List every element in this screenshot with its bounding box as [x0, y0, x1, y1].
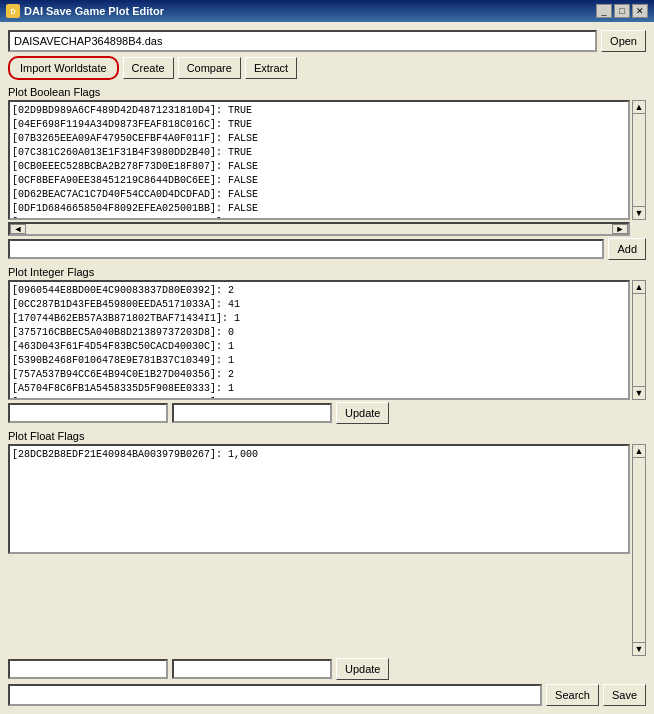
bool-list-item[interactable]: [07C381C260A013E1F31B4F3980DD2B40]: TRUE	[12, 146, 626, 160]
bool-list-item[interactable]: [0CF8BEFA90EE38451219C8644DB0C6EE]: FALS…	[12, 174, 626, 188]
int-list-item[interactable]: [AC306FD18FB0B342A5F7EF74A3A20323]: 9	[12, 396, 626, 400]
maximize-button[interactable]: □	[614, 4, 630, 18]
int-list-item[interactable]: [170744B62EB57A3B871802TBAF71434I1]: 1	[12, 312, 626, 326]
float-list-inner: [28DCB2B8EDF21E40984BA003979B0267]: 1,00…	[10, 446, 628, 464]
float-section: Plot Float Flags [28DCB2B8EDF21E40984BA0…	[8, 428, 646, 680]
float-key-input[interactable]	[8, 659, 168, 679]
int-list-item[interactable]: [A5704F8C6FB1A5458335D5F908EE0333]: 1	[12, 382, 626, 396]
bool-list-item[interactable]: [0D62BEAC7AC1C7D40F54CCA0D4DCDFAD]: FALS…	[12, 188, 626, 202]
int-list-item[interactable]: [757A537B94CC6E4B94C0E1B27D040356]: 2	[12, 368, 626, 382]
main-window: Open Import Worldstate Create Compare Ex…	[0, 22, 654, 714]
bool-list-item[interactable]: [04EF698F1194A34D9873FEAF818C016C]: TRUE	[12, 118, 626, 132]
title-bar: D DAI Save Game Plot Editor _ □ ✕	[0, 0, 654, 22]
float-scroll-up[interactable]: ▲	[632, 444, 646, 458]
float-update-button[interactable]: Update	[336, 658, 389, 680]
float-value-input[interactable]	[172, 659, 332, 679]
int-scroll-down[interactable]: ▼	[632, 386, 646, 400]
int-scroll-up[interactable]: ▲	[632, 280, 646, 294]
bool-section: Plot Boolean Flags [02D9BD989A6CF489D42D…	[8, 84, 646, 260]
window-title: DAI Save Game Plot Editor	[24, 5, 164, 17]
int-list-item[interactable]: [0960544E8BD00E4C90083837D80E0392]: 2	[12, 284, 626, 298]
open-button[interactable]: Open	[601, 30, 646, 52]
filename-input[interactable]	[8, 30, 597, 52]
bottom-bar: Search Save	[8, 684, 646, 706]
bool-list[interactable]: [02D9BD989A6CF489D42D4871231810D4]: TRUE…	[8, 100, 630, 220]
int-list-item[interactable]: [463D043F61F4D54F83BC50CACD40030C]: 1	[12, 340, 626, 354]
search-input[interactable]	[8, 684, 542, 706]
bool-add-button[interactable]: Add	[608, 238, 646, 260]
save-button[interactable]: Save	[603, 684, 646, 706]
int-list-item[interactable]: [5390B2468F0106478E9E781B37C10349]: 1	[12, 354, 626, 368]
bool-list-item[interactable]: [0CB0EEEC528BCBA2B278F73D0E18F807]: FALS…	[12, 160, 626, 174]
bool-list-item[interactable]: [0DF1D6846658504F8092EFEA025001BB]: FALS…	[12, 202, 626, 216]
extract-button[interactable]: Extract	[245, 57, 297, 79]
close-button[interactable]: ✕	[632, 4, 648, 18]
int-list[interactable]: [0960544E8BD00E4C90083837D80E0392]: 2[0C…	[8, 280, 630, 400]
float-list[interactable]: [28DCB2B8EDF21E40984BA003979B0267]: 1,00…	[8, 444, 630, 554]
float-section-label: Plot Float Flags	[8, 430, 646, 442]
import-worldstate-button[interactable]: Import Worldstate	[8, 56, 119, 80]
bool-input-row: Add	[8, 238, 646, 260]
int-input-row: Update	[8, 402, 646, 424]
bool-section-label: Plot Boolean Flags	[8, 86, 646, 98]
window-controls: _ □ ✕	[596, 4, 648, 18]
int-list-item[interactable]: [375716CBBEC5A040B8D21389737203D8]: 0	[12, 326, 626, 340]
toolbar-row: Import Worldstate Create Compare Extract	[8, 56, 646, 80]
int-value-input[interactable]	[172, 403, 332, 423]
bool-hscroll[interactable]: ◄ ►	[8, 222, 630, 236]
search-button[interactable]: Search	[546, 684, 599, 706]
bool-list-item[interactable]: [02D9BD989A6CF489D42D4871231810D4]: TRUE	[12, 104, 626, 118]
app-icon: D	[6, 4, 20, 18]
float-list-item[interactable]: [28DCB2B8EDF21E40984BA003979B0267]: 1,00…	[12, 448, 626, 462]
bool-list-item[interactable]: [07B3265EEA09AF47950CEFBF4A0F011F]: FALS…	[12, 132, 626, 146]
compare-button[interactable]: Compare	[178, 57, 241, 79]
int-list-item[interactable]: [0CC287B1D43FEB459800EEDA5171033A]: 41	[12, 298, 626, 312]
int-list-inner: [0960544E8BD00E4C90083837D80E0392]: 2[0C…	[10, 282, 628, 400]
file-row: Open	[8, 30, 646, 52]
bool-input[interactable]	[8, 239, 604, 259]
bool-scroll-down[interactable]: ▼	[632, 206, 646, 220]
bool-list-inner: [02D9BD989A6CF489D42D4871231810D4]: TRUE…	[10, 102, 628, 220]
bool-scroll-up[interactable]: ▲	[632, 100, 646, 114]
int-update-button[interactable]: Update	[336, 402, 389, 424]
minimize-button[interactable]: _	[596, 4, 612, 18]
int-section: Plot Integer Flags [0960544E8BD00E4C9008…	[8, 264, 646, 424]
bool-list-item[interactable]: [0F152BF5037F227B7F400D2A2902BC4B7]: FAL…	[12, 216, 626, 220]
int-section-label: Plot Integer Flags	[8, 266, 646, 278]
float-input-row: Update	[8, 658, 646, 680]
int-key-input[interactable]	[8, 403, 168, 423]
create-button[interactable]: Create	[123, 57, 174, 79]
float-scroll-down[interactable]: ▼	[632, 642, 646, 656]
